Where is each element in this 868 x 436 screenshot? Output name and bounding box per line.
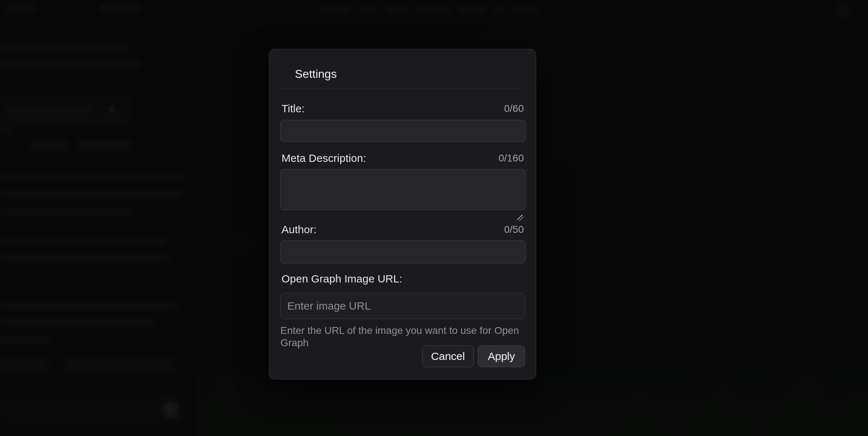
title-char-counter: 0/60 [504,102,524,115]
meta-description-textarea[interactable] [280,169,525,210]
author-label: Author: [281,223,317,236]
dialog-title: Settings [295,67,337,81]
og-image-url-input[interactable] [280,293,525,319]
title-label: Title: [281,102,305,115]
meta-description-label: Meta Description: [281,152,366,165]
cancel-button[interactable]: Cancel [422,345,474,367]
meta-description-char-counter: 0/160 [498,152,524,165]
settings-dialog: Settings Title: 0/60 Meta Description: 0… [269,49,536,380]
og-image-url-label: Open Graph Image URL: [281,272,402,285]
author-char-counter: 0/50 [504,223,524,236]
resize-handle-icon[interactable] [517,215,523,221]
divider [280,88,525,88]
apply-button[interactable]: Apply [478,345,525,367]
title-input[interactable] [280,120,525,142]
author-input[interactable] [280,240,525,263]
